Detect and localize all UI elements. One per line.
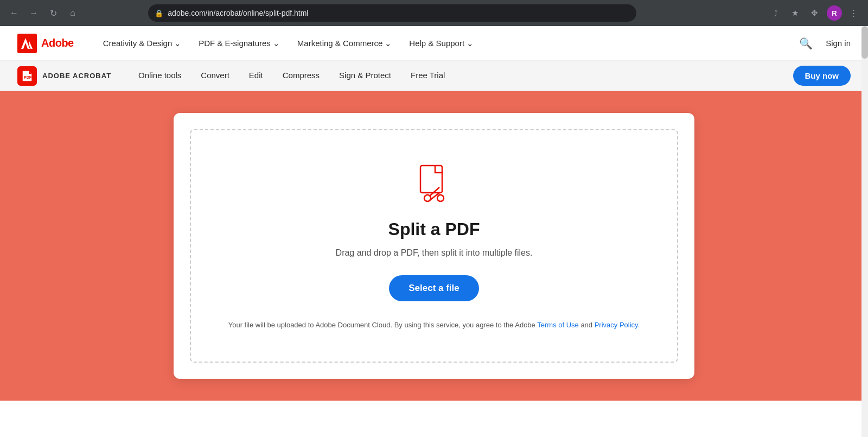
acrobat-nav-online-tools[interactable]: Online tools <box>129 61 191 91</box>
extensions-icon[interactable]: ✥ <box>807 5 822 21</box>
reload-button[interactable]: ↻ <box>46 5 61 21</box>
home-button[interactable]: ⌂ <box>65 5 80 21</box>
split-pdf-icon <box>412 163 456 206</box>
adobe-logo-text: Adobe <box>41 37 74 49</box>
more-options-icon[interactable]: ⋮ <box>846 5 861 21</box>
browser-chrome: ← → ↻ ⌂ 🔒 adobe.com/in/acrobat/online/sp… <box>0 0 868 26</box>
scrollbar-thumb[interactable] <box>861 26 868 59</box>
select-file-button[interactable]: Select a file <box>389 275 479 301</box>
top-nav-right: 🔍 Sign in <box>797 35 851 52</box>
acrobat-nav-sign-protect[interactable]: Sign & Protect <box>329 61 401 91</box>
back-button[interactable]: ← <box>7 5 22 21</box>
acrobat-brand-text: ADOBE ACROBAT <box>42 72 111 80</box>
nav-pdf-esignatures[interactable]: PDF & E-signatures ⌄ <box>191 34 288 53</box>
browser-actions: ⤴ ★ ✥ R ⋮ <box>768 5 861 21</box>
terms-of-use-link[interactable]: Terms of Use <box>537 321 579 329</box>
forward-button[interactable]: → <box>26 5 41 21</box>
page-subtitle: Drag and drop a PDF, then split it into … <box>336 248 533 258</box>
profile-menu-icon[interactable]: R <box>827 5 842 21</box>
acrobat-nav-free-trial[interactable]: Free Trial <box>401 61 455 91</box>
main-content: Split a PDF Drag and drop a PDF, then sp… <box>0 91 868 401</box>
acrobat-nav-convert[interactable]: Convert <box>191 61 239 91</box>
chevron-down-icon: ⌄ <box>273 39 280 48</box>
privacy-policy-link[interactable]: Privacy Policy <box>595 321 638 329</box>
buy-now-button[interactable]: Buy now <box>793 66 851 86</box>
search-button[interactable]: 🔍 <box>797 35 815 52</box>
acrobat-brand: PDF ADOBE ACROBAT <box>17 66 111 86</box>
address-bar[interactable]: 🔒 adobe.com/in/acrobat/online/split-pdf.… <box>148 4 636 22</box>
nav-marketing-commerce[interactable]: Marketing & Commerce ⌄ <box>290 34 400 53</box>
svg-text:PDF: PDF <box>24 75 32 79</box>
top-nav-links: Creativity & Design ⌄ PDF & E-signatures… <box>95 34 797 53</box>
acrobat-nav-edit[interactable]: Edit <box>239 61 273 91</box>
acrobat-nav-links: Online tools Convert Edit Compress Sign … <box>129 61 793 91</box>
terms-text: Your file will be uploaded to Adobe Docu… <box>228 321 640 329</box>
share-icon[interactable]: ⤴ <box>768 5 783 21</box>
nav-help-support[interactable]: Help & Support ⌄ <box>401 34 481 53</box>
top-nav: Adobe Creativity & Design ⌄ PDF & E-sign… <box>0 26 868 61</box>
chevron-down-icon: ⌄ <box>174 39 181 48</box>
url-text: adobe.com/in/acrobat/online/split-pdf.ht… <box>168 9 630 17</box>
nav-creativity-design[interactable]: Creativity & Design ⌄ <box>95 34 189 53</box>
adobe-logo-icon <box>17 34 37 53</box>
signin-link[interactable]: Sign in <box>826 39 851 48</box>
page-title: Split a PDF <box>388 219 480 239</box>
acrobat-nav: PDF ADOBE ACROBAT Online tools Convert E… <box>0 61 868 91</box>
acrobat-logo-icon: PDF <box>17 66 37 86</box>
drop-zone[interactable]: Split a PDF Drag and drop a PDF, then sp… <box>190 129 678 363</box>
chevron-down-icon: ⌄ <box>385 39 392 48</box>
bookmark-icon[interactable]: ★ <box>788 5 803 21</box>
scrollbar[interactable] <box>861 26 868 401</box>
adobe-logo[interactable]: Adobe <box>17 34 74 53</box>
upload-card: Split a PDF Drag and drop a PDF, then sp… <box>174 113 694 379</box>
acrobat-pdf-icon: PDF <box>21 70 33 82</box>
lock-icon: 🔒 <box>155 9 163 17</box>
acrobat-nav-compress[interactable]: Compress <box>273 61 329 91</box>
avatar: R <box>827 5 842 21</box>
chevron-down-icon: ⌄ <box>467 39 474 48</box>
